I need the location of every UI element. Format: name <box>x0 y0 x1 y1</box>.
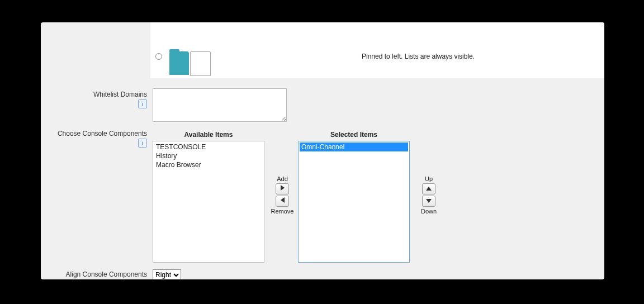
arrow-down-icon <box>426 199 432 203</box>
list-item[interactable]: TESTCONSOLE <box>154 142 263 151</box>
arrow-left-icon <box>281 197 285 203</box>
add-label: Add <box>267 175 298 182</box>
selected-items-header: Selected Items <box>298 131 410 139</box>
preview-empty-pane <box>190 51 211 76</box>
arrow-right-icon <box>281 185 285 191</box>
preview-filled-pane <box>169 51 189 75</box>
available-items-header: Available Items <box>153 131 264 139</box>
align-console-components-select[interactable]: RightLeft <box>153 269 181 279</box>
whitelist-domains-textarea[interactable] <box>153 88 287 122</box>
list-item[interactable]: Macro Browser <box>154 160 263 169</box>
remove-label: Remove <box>267 208 298 215</box>
selected-items-listbox[interactable]: Omni-Channel <box>298 141 410 263</box>
layout-radio-pinned-left[interactable] <box>155 53 162 60</box>
layout-option-description: Pinned to left. Lists are always visible… <box>362 53 475 60</box>
choose-console-components-label: Choose Console Components <box>41 130 147 137</box>
layout-option-row: Pinned to left. Lists are always visible… <box>150 51 599 77</box>
info-icon[interactable]: i <box>138 139 147 148</box>
down-label: Down <box>413 208 444 215</box>
add-remove-controls: Add Remove <box>267 174 298 216</box>
add-button[interactable] <box>276 183 289 194</box>
list-item[interactable]: Omni-Channel <box>300 142 408 151</box>
info-icon[interactable]: i <box>138 99 147 108</box>
layout-preview-pinned-left <box>169 51 211 76</box>
down-button[interactable] <box>422 196 435 207</box>
list-item[interactable]: History <box>154 151 263 160</box>
whitelist-domains-label: Whitelist Domains <box>41 91 147 98</box>
remove-button[interactable] <box>276 196 289 207</box>
preview-tab <box>169 49 179 53</box>
align-console-components-label: Align Console Components <box>41 270 147 278</box>
settings-panel: Pinned to left. Lists are always visible… <box>41 22 604 279</box>
up-button[interactable] <box>422 183 435 194</box>
up-label: Up <box>413 175 444 182</box>
arrow-up-icon <box>426 187 432 191</box>
available-items-listbox[interactable]: TESTCONSOLEHistoryMacro Browser <box>153 141 264 263</box>
up-down-controls: Up Down <box>413 174 444 216</box>
